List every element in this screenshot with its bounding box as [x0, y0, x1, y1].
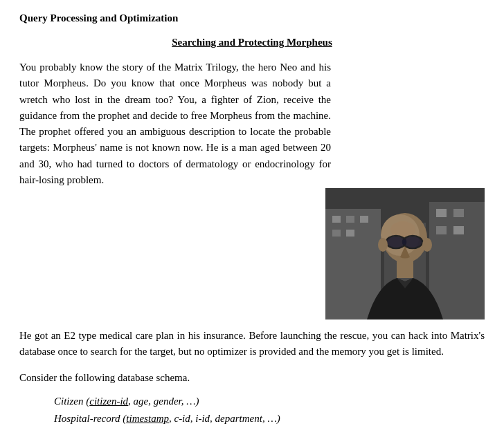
svg-rect-8 [346, 230, 354, 237]
morpheus-svg [325, 188, 485, 320]
svg-rect-5 [346, 216, 354, 223]
intro-section: You probably know the story of the Matri… [19, 59, 485, 320]
page-title: Query Processing and Optimization [19, 12, 485, 24]
svg-rect-11 [436, 226, 447, 234]
continuation-text: He got an E2 type medical care plan in h… [19, 328, 485, 360]
morpheus-image [325, 188, 485, 320]
page-container: Query Processing and Optimization Search… [19, 12, 485, 426]
svg-rect-4 [332, 216, 341, 223]
svg-rect-6 [360, 216, 368, 223]
svg-rect-3 [429, 202, 485, 320]
svg-rect-9 [436, 209, 447, 217]
schema-pk-citizen: citizen-id [89, 396, 128, 407]
intro-text: You probably know the story of the Matri… [19, 59, 331, 188]
schema-entity-hospital: Hospital-record [54, 413, 120, 424]
svg-point-21 [387, 237, 405, 248]
svg-point-24 [378, 238, 388, 252]
svg-point-22 [404, 237, 422, 248]
schema-intro: Consider the following database schema. [19, 370, 485, 386]
continuation-paragraph: He got an E2 type medical care plan in h… [19, 330, 485, 357]
svg-rect-10 [453, 209, 464, 217]
schema-line-citizen: Citizen (citizen-id, age, gender, …) [54, 393, 485, 411]
schema-block: Citizen (citizen-id, age, gender, …) Hos… [54, 393, 485, 426]
intro-paragraph: You probably know the story of the Matri… [19, 62, 331, 185]
svg-point-25 [422, 238, 432, 252]
section-title: Searching and Protecting Morpheus [19, 37, 485, 48]
svg-rect-1 [325, 209, 381, 320]
schema-line-hospital: Hospital-record (timestamp, c-id, i-id, … [54, 410, 485, 426]
schema-entity-citizen: Citizen [54, 396, 84, 407]
svg-rect-12 [453, 226, 464, 234]
svg-rect-7 [332, 230, 341, 237]
schema-pk-hospital: timestamp [126, 413, 169, 424]
svg-rect-23 [397, 261, 413, 278]
